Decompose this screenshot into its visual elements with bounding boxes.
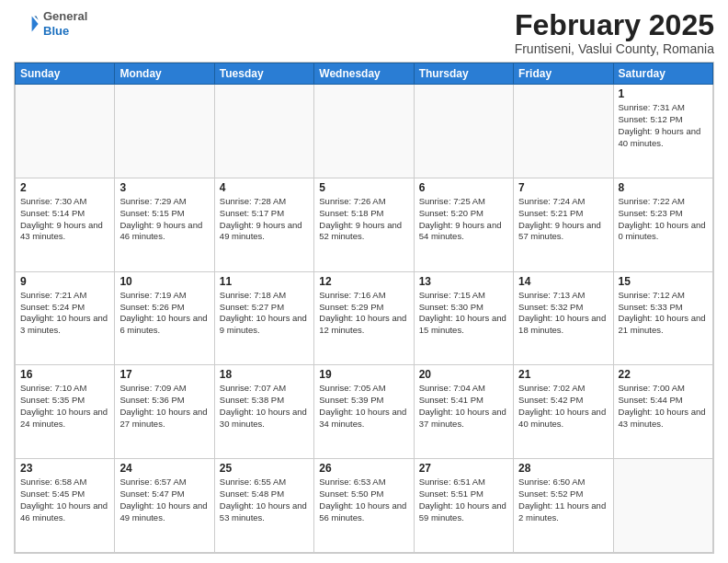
day-number: 6 (419, 181, 508, 194)
logo-text: General Blue (43, 9, 87, 38)
calendar-cell: 14Sunrise: 7:13 AM Sunset: 5:32 PM Dayli… (514, 271, 613, 365)
calendar-cell: 5Sunrise: 7:26 AM Sunset: 5:18 PM Daylig… (314, 178, 414, 271)
calendar-cell: 10Sunrise: 7:19 AM Sunset: 5:26 PM Dayli… (115, 271, 214, 365)
calendar-cell: 28Sunrise: 6:50 AM Sunset: 5:52 PM Dayli… (514, 459, 613, 553)
day-number: 5 (319, 181, 408, 194)
day-header-monday: Monday (115, 63, 214, 85)
day-info: Sunrise: 6:53 AM Sunset: 5:50 PM Dayligh… (319, 477, 408, 523)
calendar-cell (613, 459, 712, 553)
logo-general: General (43, 9, 87, 24)
calendar-cell: 16Sunrise: 7:10 AM Sunset: 5:35 PM Dayli… (16, 365, 115, 459)
calendar-cell: 18Sunrise: 7:07 AM Sunset: 5:38 PM Dayli… (214, 365, 313, 459)
calendar-cell: 12Sunrise: 7:16 AM Sunset: 5:29 PM Dayli… (314, 271, 414, 365)
calendar-cell: 3Sunrise: 7:29 AM Sunset: 5:15 PM Daylig… (115, 178, 214, 271)
day-info: Sunrise: 7:12 AM Sunset: 5:33 PM Dayligh… (619, 290, 708, 337)
day-info: Sunrise: 7:09 AM Sunset: 5:36 PM Dayligh… (119, 383, 209, 430)
day-info: Sunrise: 7:04 AM Sunset: 5:41 PM Dayligh… (419, 383, 508, 430)
calendar-cell (115, 85, 214, 178)
calendar-header: SundayMondayTuesdayWednesdayThursdayFrid… (16, 63, 713, 85)
day-info: Sunrise: 7:31 AM Sunset: 5:12 PM Dayligh… (619, 102, 708, 149)
location: Fruntiseni, Vaslui County, Romania (515, 41, 714, 56)
day-number: 2 (20, 181, 109, 194)
day-info: Sunrise: 7:00 AM Sunset: 5:44 PM Dayligh… (619, 383, 708, 430)
day-info: Sunrise: 7:05 AM Sunset: 5:39 PM Dayligh… (319, 383, 408, 430)
logo: General Blue (14, 9, 87, 38)
day-number: 11 (220, 275, 309, 288)
day-number: 8 (619, 181, 708, 194)
logo-icon (14, 11, 40, 37)
day-number: 28 (518, 462, 608, 475)
calendar-cell (214, 85, 313, 178)
calendar-body: 1Sunrise: 7:31 AM Sunset: 5:12 PM Daylig… (16, 85, 713, 553)
day-info: Sunrise: 7:30 AM Sunset: 5:14 PM Dayligh… (20, 196, 109, 243)
day-number: 9 (20, 275, 109, 288)
day-header-tuesday: Tuesday (214, 63, 313, 85)
day-number: 19 (319, 368, 408, 381)
day-header-thursday: Thursday (414, 63, 513, 85)
svg-marker-1 (34, 16, 38, 19)
day-info: Sunrise: 7:28 AM Sunset: 5:17 PM Dayligh… (220, 196, 309, 243)
day-info: Sunrise: 7:13 AM Sunset: 5:32 PM Dayligh… (518, 290, 608, 337)
day-number: 26 (319, 462, 408, 475)
day-number: 17 (119, 368, 209, 381)
day-number: 4 (220, 181, 309, 194)
calendar-cell: 9Sunrise: 7:21 AM Sunset: 5:24 PM Daylig… (16, 271, 115, 365)
day-info: Sunrise: 7:19 AM Sunset: 5:26 PM Dayligh… (119, 290, 209, 337)
day-number: 27 (419, 462, 508, 475)
day-info: Sunrise: 7:16 AM Sunset: 5:29 PM Dayligh… (319, 290, 408, 337)
calendar-cell: 11Sunrise: 7:18 AM Sunset: 5:27 PM Dayli… (214, 271, 313, 365)
day-info: Sunrise: 6:51 AM Sunset: 5:51 PM Dayligh… (419, 477, 508, 523)
calendar-cell: 8Sunrise: 7:22 AM Sunset: 5:23 PM Daylig… (613, 178, 712, 271)
day-header-saturday: Saturday (613, 63, 712, 85)
calendar-cell: 25Sunrise: 6:55 AM Sunset: 5:48 PM Dayli… (214, 459, 313, 553)
calendar-cell: 22Sunrise: 7:00 AM Sunset: 5:44 PM Dayli… (613, 365, 712, 459)
day-number: 24 (119, 462, 209, 475)
calendar-week-4: 23Sunrise: 6:58 AM Sunset: 5:45 PM Dayli… (16, 459, 713, 553)
day-number: 22 (619, 368, 708, 381)
calendar-week-2: 9Sunrise: 7:21 AM Sunset: 5:24 PM Daylig… (16, 271, 713, 365)
calendar-cell: 13Sunrise: 7:15 AM Sunset: 5:30 PM Dayli… (414, 271, 513, 365)
day-number: 1 (619, 87, 708, 100)
day-info: Sunrise: 7:22 AM Sunset: 5:23 PM Dayligh… (619, 196, 708, 243)
calendar-cell: 2Sunrise: 7:30 AM Sunset: 5:14 PM Daylig… (16, 178, 115, 271)
day-info: Sunrise: 6:55 AM Sunset: 5:48 PM Dayligh… (220, 477, 309, 523)
day-number: 3 (119, 181, 209, 194)
day-header-wednesday: Wednesday (314, 63, 414, 85)
day-info: Sunrise: 7:26 AM Sunset: 5:18 PM Dayligh… (319, 196, 408, 243)
day-info: Sunrise: 7:21 AM Sunset: 5:24 PM Dayligh… (20, 290, 109, 337)
calendar-cell: 23Sunrise: 6:58 AM Sunset: 5:45 PM Dayli… (16, 459, 115, 553)
calendar-cell: 19Sunrise: 7:05 AM Sunset: 5:39 PM Dayli… (314, 365, 414, 459)
calendar-cell: 26Sunrise: 6:53 AM Sunset: 5:50 PM Dayli… (314, 459, 414, 553)
day-info: Sunrise: 7:29 AM Sunset: 5:15 PM Dayligh… (119, 196, 209, 243)
day-number: 18 (220, 368, 309, 381)
calendar-week-1: 2Sunrise: 7:30 AM Sunset: 5:14 PM Daylig… (16, 178, 713, 271)
calendar-week-0: 1Sunrise: 7:31 AM Sunset: 5:12 PM Daylig… (16, 85, 713, 178)
day-info: Sunrise: 7:25 AM Sunset: 5:20 PM Dayligh… (419, 196, 508, 243)
day-info: Sunrise: 7:18 AM Sunset: 5:27 PM Dayligh… (220, 290, 309, 337)
day-info: Sunrise: 7:07 AM Sunset: 5:38 PM Dayligh… (220, 383, 309, 430)
day-number: 12 (319, 275, 408, 288)
page: General Blue February 2025 Fruntiseni, V… (0, 0, 728, 563)
day-number: 25 (220, 462, 309, 475)
calendar-cell: 17Sunrise: 7:09 AM Sunset: 5:36 PM Dayli… (115, 365, 214, 459)
day-number: 20 (419, 368, 508, 381)
calendar-cell (514, 85, 613, 178)
day-header-sunday: Sunday (16, 63, 115, 85)
day-number: 10 (119, 275, 209, 288)
calendar-cell: 24Sunrise: 6:57 AM Sunset: 5:47 PM Dayli… (115, 459, 214, 553)
month-title: February 2025 (515, 9, 714, 41)
day-info: Sunrise: 7:15 AM Sunset: 5:30 PM Dayligh… (419, 290, 508, 337)
calendar-cell: 27Sunrise: 6:51 AM Sunset: 5:51 PM Dayli… (414, 459, 513, 553)
day-number: 16 (20, 368, 109, 381)
day-number: 13 (419, 275, 508, 288)
calendar-table: SundayMondayTuesdayWednesdayThursdayFrid… (15, 63, 713, 553)
calendar-cell: 15Sunrise: 7:12 AM Sunset: 5:33 PM Dayli… (613, 271, 712, 365)
day-info: Sunrise: 7:02 AM Sunset: 5:42 PM Dayligh… (518, 383, 608, 430)
day-info: Sunrise: 6:50 AM Sunset: 5:52 PM Dayligh… (518, 477, 608, 523)
calendar-cell: 7Sunrise: 7:24 AM Sunset: 5:21 PM Daylig… (514, 178, 613, 271)
day-header-friday: Friday (514, 63, 613, 85)
day-info: Sunrise: 6:58 AM Sunset: 5:45 PM Dayligh… (20, 477, 109, 523)
header: General Blue February 2025 Fruntiseni, V… (14, 9, 714, 56)
logo-blue: Blue (43, 24, 87, 39)
calendar-cell: 21Sunrise: 7:02 AM Sunset: 5:42 PM Dayli… (514, 365, 613, 459)
